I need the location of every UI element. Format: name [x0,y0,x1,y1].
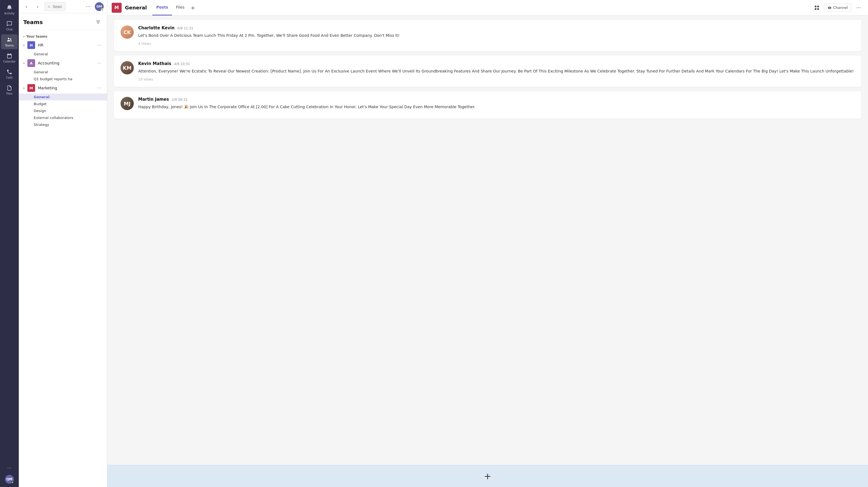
channel-name: General [125,5,147,10]
search-icon [48,5,50,8]
more-options-button[interactable]: ··· [84,2,93,11]
svg-point-0 [8,38,10,39]
post-3-author: Martin James [138,97,169,102]
post-1-body: Charlotte Kevin 6/8 11:31 Let's Bond Ove… [138,25,855,46]
user-avatar[interactable]: QM [5,475,14,484]
search-input[interactable] [53,4,62,9]
channel-tabs: Posts Files + [152,0,197,16]
channel-header: M General Posts Files + Channel [107,0,868,16]
add-team-icon: + [484,471,492,482]
accounting-general-label: General [34,70,48,74]
avatar-initials: QM [6,477,12,481]
marketing-general-label: General [34,95,50,99]
post-1-time: 6/8 11:31 [178,26,193,30]
chat-label: Chat [6,28,12,31]
top-user-avatar[interactable]: QM [95,2,104,11]
search-bar[interactable] [44,2,65,11]
post-3-time: 2/8 09:31 [172,98,188,102]
channel-more-button[interactable]: ··· [854,3,864,13]
post-2-avatar: KM [121,61,134,75]
channel-btn-label: Channel [833,5,848,10]
marketing-general-channel[interactable]: General [19,93,107,101]
your-teams-label: Your teams [26,35,47,38]
post-2-text: Attention, Everyone! We're Ecstatic To R… [138,68,855,74]
marketing-external-channel[interactable]: External collaborators [19,114,107,121]
accounting-team-name: Accounting [38,61,93,65]
marketing-budget-label: Budget [34,102,47,106]
marketing-expand-chevron[interactable]: ▾ [23,87,25,90]
teams-icon [6,36,13,43]
bell-icon [6,4,13,11]
team-row-accounting[interactable]: ▾ A Accounting ··· [19,58,107,68]
post-1-avatar: CK [121,25,134,39]
post-2-header: Kevin Mathais 4/8 10:31 [138,61,855,66]
accounting-team-more-button[interactable]: ··· [96,60,102,66]
sidebar-item-chat[interactable]: Chat [1,18,18,33]
your-teams-section-label: ▾ Your teams [19,32,107,39]
posts-area: CK Charlotte Kevin 6/8 11:31 Let's Bond … [107,16,868,465]
hr-general-channel[interactable]: General [19,51,107,58]
sidebar-item-calendar[interactable]: Calendar [1,50,18,65]
marketing-strategy-channel[interactable]: Strategy [19,121,107,128]
filter-icon [96,20,101,25]
team-row-hr[interactable]: ▾ H HR ··· [19,39,107,51]
add-team-area[interactable]: + [107,465,868,487]
post-card-2: KM Kevin Mathais 4/8 10:31 Attention, Ev… [114,56,861,87]
marketing-strategy-label: Strategy [34,122,49,127]
post-3-avatar: MJ [121,97,134,110]
tab-files[interactable]: Files [172,0,188,16]
post-1-text: Let's Bond Over A Delicious Team Lunch T… [138,33,855,38]
sidebar-item-teams[interactable]: Teams [1,34,18,49]
activity-label: Activity [4,12,14,15]
accounting-team-avatar: A [27,59,35,67]
tab-posts[interactable]: Posts [152,0,172,16]
top-navigation-bar: ‹ › ··· QM [19,0,107,13]
marketing-external-label: External collaborators [34,116,73,120]
add-tab-button[interactable]: + [188,4,197,11]
marketing-team-more-button[interactable]: ··· [96,85,102,91]
marketing-budget-channel[interactable]: Budget [19,101,107,107]
apps-grid-icon [814,5,819,10]
your-teams-chevron[interactable]: ▾ [23,35,25,38]
post-3-text: Happy Birthday, Jones! 🎉 Join Us In The … [138,104,855,110]
calls-label: Calls [6,76,13,79]
topbar-right: ··· QM [84,2,104,11]
accounting-general-channel[interactable]: General [19,68,107,76]
online-status-dot [11,481,14,484]
nav-back-button[interactable]: ‹ [22,2,31,11]
channel-view-button[interactable]: Channel [824,4,851,11]
post-3-header: Martin James 2/8 09:31 [138,97,855,102]
sidebar-item-calls[interactable]: Calls [1,66,18,81]
sidebar-filter-button[interactable] [94,18,102,27]
marketing-team-avatar: M [27,84,35,92]
nav-forward-button[interactable]: › [33,2,42,11]
hr-general-label: General [34,52,48,56]
marketing-team-name: Marketing [38,86,93,90]
marketing-design-channel[interactable]: Design [19,107,107,114]
hr-team-avatar: H [27,41,35,49]
post-3-body: Martin James 2/8 09:31 Happy Birthday, J… [138,97,855,113]
channel-team-avatar: M [112,3,122,13]
marketing-design-label: Design [34,109,46,113]
accounting-q1-channel[interactable]: Q1 budget reports ha [19,76,107,82]
post-1-author: Charlotte Kevin [138,25,175,30]
channel-apps-button[interactable] [812,3,822,13]
hr-team-more-button[interactable]: ··· [96,42,102,49]
post-2-author: Kevin Mathais [138,61,171,66]
team-row-marketing[interactable]: ▾ M Marketing ··· [19,82,107,93]
teams-label: Teams [5,44,14,47]
more-apps-button[interactable]: ... [5,462,13,471]
sidebar-item-activity[interactable]: Activity [1,2,18,17]
post-2-time: 4/8 10:31 [174,62,190,66]
files-label: Files [6,92,12,95]
sidebar-item-files[interactable]: Files [1,82,18,97]
calendar-label: Calendar [3,60,16,63]
accounting-expand-chevron[interactable]: ▾ [23,62,25,65]
top-online-dot [101,8,104,11]
hr-expand-chevron[interactable]: ▾ [23,44,25,47]
more-dots-icon: ... [7,464,11,469]
post-card-3: MJ Martin James 2/8 09:31 Happy Birthday… [114,91,861,119]
svg-point-1 [10,38,11,40]
calls-icon [6,68,13,75]
hr-team-name: HR [38,43,93,47]
